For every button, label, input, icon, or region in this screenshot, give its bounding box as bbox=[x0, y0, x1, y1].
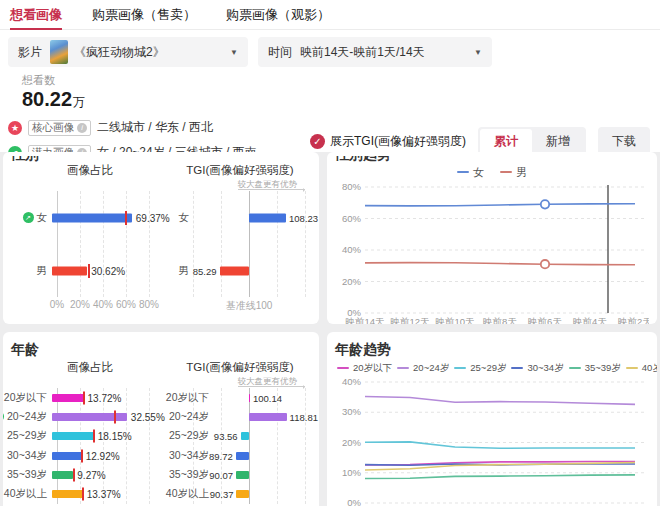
bar-value-label: 18.15% bbox=[98, 431, 132, 442]
svg-text:0%: 0% bbox=[347, 497, 361, 506]
category-label: 25~29岁 bbox=[169, 429, 209, 443]
film-select-label: 影片 bbox=[18, 44, 42, 61]
svg-text:映前2天: 映前2天 bbox=[618, 316, 649, 324]
tab-want-to-see-profile[interactable]: 想看画像 bbox=[10, 0, 62, 29]
tgi-bar bbox=[236, 471, 249, 479]
legend-dash bbox=[457, 171, 469, 174]
tgi-value-label: 93.56 bbox=[209, 431, 238, 442]
svg-text:40%: 40% bbox=[342, 376, 362, 387]
film-select[interactable]: 影片 《疯狂动物城2》 ▼ bbox=[8, 37, 248, 67]
gender-trend-panel: 性别趋势 女男0%20%40%60%80%映前14天映前12天映前10天映前8天… bbox=[327, 152, 657, 324]
gender-tgi-chart: TGI(画像偏好强弱度)较大盘更有优势女108.23男85.29基准线100 bbox=[169, 163, 311, 311]
legend-item-20~24岁[interactable]: 20~24岁 bbox=[397, 362, 449, 375]
bar-value-label: 13.37% bbox=[87, 489, 121, 500]
cumulative-button[interactable]: 累计 bbox=[480, 129, 532, 154]
bar-row: 35~39岁90.07 bbox=[169, 465, 311, 484]
x-tick-label: 40% bbox=[93, 299, 113, 310]
market-benchmark-tick bbox=[125, 211, 127, 225]
core-profile-icon: ★ bbox=[8, 121, 22, 135]
legend-item-40岁以上[interactable]: 40岁以上 bbox=[626, 362, 657, 375]
bar-row: ↗20~24岁32.55% bbox=[11, 407, 169, 426]
gender-trend-chart: 女男0%20%40%60%80%映前14天映前12天映前10天映前8天映前6天映… bbox=[335, 163, 649, 324]
bar-track: 13.37% bbox=[52, 485, 169, 504]
legend-item-女[interactable]: 女 bbox=[457, 165, 484, 180]
baseline-axis: 基准线100 bbox=[169, 297, 311, 311]
bar-value-label: 13.72% bbox=[88, 392, 122, 403]
legend-item-20岁以下[interactable]: 20岁以下 bbox=[337, 362, 392, 375]
film-poster-thumbnail bbox=[50, 40, 68, 64]
time-select-value: 映前14天-映前1天/14天 bbox=[300, 44, 425, 61]
legend-item-35~39岁[interactable]: 35~39岁 bbox=[569, 362, 621, 375]
category-label: ↗20~24岁 bbox=[11, 410, 52, 424]
category-label: 女 bbox=[169, 211, 189, 225]
category-label: 20岁以下 bbox=[169, 391, 209, 405]
svg-text:映前4天: 映前4天 bbox=[573, 316, 607, 324]
tgi-value-label: 118.81 bbox=[290, 411, 318, 422]
svg-text:30%: 30% bbox=[342, 406, 362, 417]
tgi-value-label: 90.37 bbox=[209, 489, 233, 500]
age-trend-chart: 20岁以下20~24岁25~29岁30~34岁35~39岁40岁以上0%10%2… bbox=[335, 360, 649, 506]
plot-area: 20岁以下100.1420~24岁118.8125~29岁93.5630~34岁… bbox=[169, 388, 311, 504]
bar-row: 40岁以上90.37 bbox=[169, 485, 311, 504]
check-icon: ✓ bbox=[310, 134, 325, 149]
tgi-bar bbox=[236, 452, 249, 460]
legend: 女男 bbox=[335, 163, 649, 181]
tab-ticket-profile-viewing[interactable]: 购票画像（观影） bbox=[226, 0, 330, 29]
advantage-note: 较大盘更有优势 bbox=[169, 179, 311, 191]
market-benchmark-tick bbox=[88, 264, 90, 278]
category-label: 35~39岁 bbox=[169, 468, 209, 482]
legend-item-25~29岁[interactable]: 25~29岁 bbox=[454, 362, 506, 375]
value-bar bbox=[52, 452, 82, 460]
line-chart-canvas: 0%10%20%30%40% bbox=[335, 376, 649, 506]
x-tick-label: 80% bbox=[139, 299, 159, 310]
legend-dash bbox=[511, 367, 523, 370]
tab-ticket-profile-sale[interactable]: 购票画像（售卖） bbox=[92, 0, 196, 29]
chart-title: 画像占比 bbox=[11, 360, 169, 376]
category-label: 男 bbox=[11, 264, 52, 278]
header: 想看画像 购票画像（售卖） 购票画像（观影） 影片 《疯狂动物城2》 ▼ 时间 … bbox=[0, 0, 660, 152]
tab-bar: 想看画像 购票画像（售卖） 购票画像（观影） bbox=[0, 0, 660, 30]
bar-track: 30.62% bbox=[52, 244, 169, 297]
svg-text:映前6天: 映前6天 bbox=[528, 316, 562, 324]
svg-text:80%: 80% bbox=[342, 181, 362, 192]
info-icon: i bbox=[77, 123, 87, 133]
charts-grid: 性别 画像占比↗女69.37%男30.62%0%20%40%60%80% TGI… bbox=[0, 152, 660, 506]
potential-arrow-icon: ↗ bbox=[3, 411, 4, 422]
category-label: 20岁以下 bbox=[11, 391, 52, 405]
value-bar bbox=[52, 471, 73, 479]
category-label: 40岁以上 bbox=[11, 487, 52, 501]
core-profile-text: 二线城市 / 华东 / 西北 bbox=[97, 119, 213, 136]
bar-row: 20岁以下13.72% bbox=[11, 388, 169, 407]
tgi-bar bbox=[241, 432, 249, 440]
gender-trend-panel-title: 性别趋势 bbox=[335, 156, 649, 163]
tgi-bar bbox=[220, 266, 249, 275]
legend-item-男[interactable]: 男 bbox=[500, 165, 527, 180]
svg-text:60%: 60% bbox=[342, 213, 362, 224]
market-benchmark-tick bbox=[93, 430, 95, 443]
time-select[interactable]: 时间 映前14天-映前1天/14天 ▼ bbox=[258, 37, 492, 67]
chart-title: 画像占比 bbox=[11, 163, 169, 179]
tgi-value-label: 89.72 bbox=[209, 450, 233, 461]
category-label: 35~39岁 bbox=[11, 468, 52, 482]
age-trend-panel-title: 年龄趋势 bbox=[335, 336, 649, 360]
market-benchmark-tick bbox=[82, 488, 84, 501]
category-label: 30~34岁 bbox=[11, 449, 52, 463]
category-label: 25~29岁 bbox=[11, 429, 52, 443]
svg-text:映前12天: 映前12天 bbox=[390, 316, 430, 324]
value-bar bbox=[52, 394, 84, 402]
chevron-down-icon: ▼ bbox=[230, 48, 238, 57]
svg-text:20%: 20% bbox=[342, 437, 362, 448]
new-button[interactable]: 新增 bbox=[532, 129, 584, 154]
bar-track: 12.92% bbox=[52, 446, 169, 465]
legend-item-30~34岁[interactable]: 30~34岁 bbox=[511, 362, 563, 375]
age-share-chart: 画像占比20岁以下13.72%↗20~24岁32.55%25~29岁18.15%… bbox=[11, 360, 169, 504]
chevron-down-icon: ▼ bbox=[474, 48, 482, 57]
core-profile-badge[interactable]: 核心画像i bbox=[28, 120, 91, 136]
show-tgi-checkbox[interactable]: ✓ 展示TGI(画像偏好强弱度) bbox=[310, 133, 466, 150]
legend-dash bbox=[626, 367, 638, 370]
age-trend-panel: 年龄趋势 20岁以下20~24岁25~29岁30~34岁35~39岁40岁以上0… bbox=[327, 332, 657, 506]
stat-label: 想看数 bbox=[22, 73, 660, 88]
bar-row: 30~34岁89.72 bbox=[169, 446, 311, 465]
bar-track: 13.72% bbox=[52, 388, 169, 407]
category-label: 40岁以上 bbox=[169, 487, 209, 501]
